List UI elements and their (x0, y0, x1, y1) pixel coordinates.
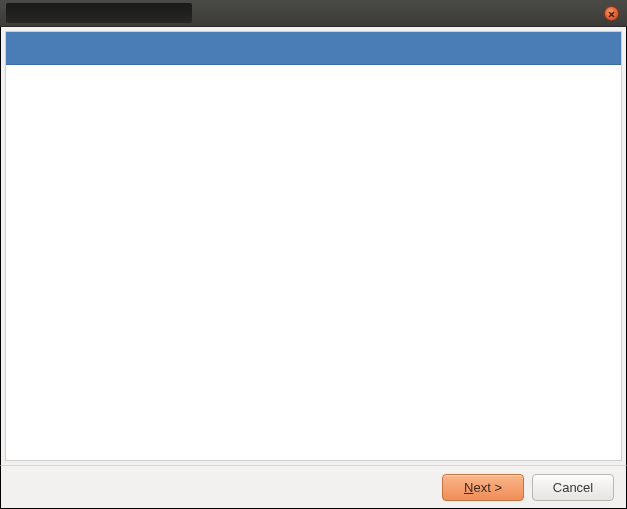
next-button-label: Next > (464, 480, 502, 495)
wizard-header-banner (6, 32, 621, 65)
wizard-body (6, 65, 621, 460)
window-title (6, 3, 192, 23)
cancel-button-label: Cancel (553, 480, 593, 495)
cancel-button[interactable]: Cancel (532, 474, 614, 501)
next-button[interactable]: Next > (442, 474, 524, 501)
dialog-window: Next > Cancel (0, 0, 627, 509)
content-area (0, 27, 627, 465)
close-icon (608, 6, 615, 21)
titlebar[interactable] (0, 0, 627, 27)
close-button[interactable] (604, 6, 619, 21)
button-bar: Next > Cancel (0, 465, 627, 509)
wizard-panel (5, 31, 622, 461)
